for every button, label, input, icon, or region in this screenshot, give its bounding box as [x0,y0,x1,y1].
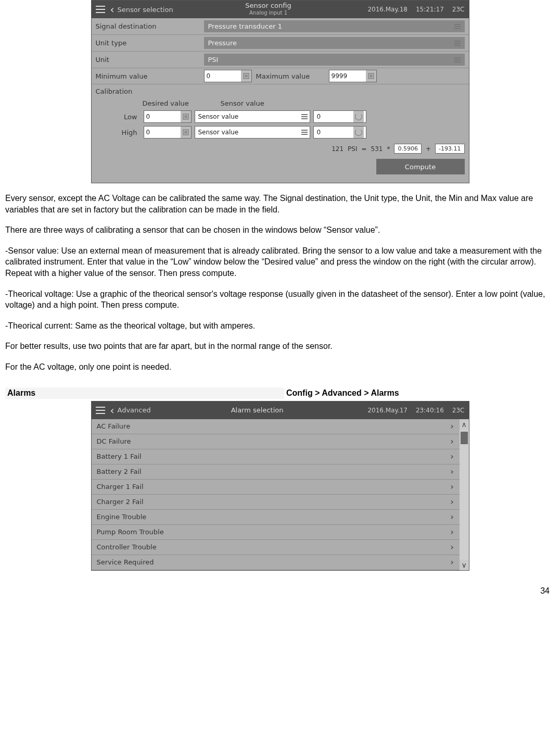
breadcrumb[interactable]: Advanced [117,406,151,414]
alarm-item-label: Charger 2 Fail [97,498,144,506]
calibration-formula: 121 PSI = 531 * 0.5906 + -193.11 [96,144,465,154]
label-signal-destination: Signal destination [92,19,204,33]
menu-icon[interactable] [92,401,109,419]
scrollbar[interactable]: ∧ ∨ [460,419,469,570]
select-signal-destination[interactable]: Pressure transducer 1 [204,20,465,32]
alarm-item[interactable]: Charger 2 Fail› [92,495,460,510]
sensor-config-screenshot: ‹ Sensor selection Sensor config Analog … [91,0,469,183]
section-path: Config > Advanced > Alarms [284,387,555,399]
label-calibration: Calibration [96,87,465,95]
calib-row-high: High 0 Sensor value 0 [96,126,465,139]
label-max: Maximum value [252,72,329,80]
title-date: 2016.May.17 [363,407,412,414]
section-header-alarms: Alarms Config > Advanced > Alarms [5,387,555,399]
value-unit: PSI [208,56,219,64]
label-unit: Unit [92,53,204,67]
menu-icon[interactable] [92,1,109,18]
screen-title: Alarm selection [231,406,284,414]
row-signal-destination: Signal destination Pressure transducer 1 [92,18,469,35]
select-unit[interactable]: PSI [204,54,465,66]
keypad-icon[interactable] [181,111,191,122]
row-min-max: Minimum value 0 Maximum value 9999 [92,68,469,84]
alarm-item-label: Controller Trouble [97,543,157,551]
input-min[interactable]: 0 [204,70,252,82]
alarm-item-label: Battery 1 Fail [97,453,142,460]
calibration-section: Calibration Desired value Sensor value L… [92,84,469,183]
title-time: 15:21:17 [412,6,448,13]
select-low-mode[interactable]: Sensor value [195,110,310,123]
alarm-item[interactable]: Pump Room Trouble› [92,525,460,540]
value-unit-type: Pressure [208,39,237,47]
screen-subtitle: Analog input 1 [173,9,364,17]
alarm-item[interactable]: Service Required› [92,555,460,570]
scroll-down-icon[interactable]: ∨ [461,560,466,570]
formula-slope: 0.5906 [394,144,422,154]
select-unit-type[interactable]: Pressure [204,37,465,49]
title-time: 23:40:16 [412,407,448,414]
sensor-titlebar: ‹ Sensor selection Sensor config Analog … [92,1,469,18]
section-title: Alarms [5,387,284,399]
input-low-sensor[interactable]: 0 [313,110,366,123]
alarm-item-label: AC Failure [97,422,131,430]
alarm-item[interactable]: AC Failure› [92,419,460,434]
chevron-right-icon: › [445,421,460,431]
value-min: 0 [205,72,241,80]
chevron-right-icon: › [445,512,460,522]
body-text: Every sensor, except the AC Voltage can … [5,193,555,373]
scroll-up-icon[interactable]: ∧ [461,419,466,430]
back-icon[interactable]: ‹ [109,3,117,16]
chevron-right-icon: › [445,557,460,567]
alarm-item[interactable]: Battery 2 Fail› [92,464,460,480]
label-min: Minimum value [92,69,204,83]
alarm-item-label: Charger 1 Fail [97,483,144,491]
header-sensorvalue: Sensor value [221,99,335,107]
chevron-right-icon: › [445,436,460,446]
alarm-item[interactable]: Engine Trouble› [92,510,460,525]
paragraph: -Theorical voltage: Use a graphic of the… [5,288,555,311]
dropdown-icon [301,114,308,119]
dropdown-icon [301,130,308,135]
alarm-list: AC Failure›DC Failure›Battery 1 Fail›Bat… [92,419,460,570]
keypad-icon[interactable] [181,127,191,138]
title-date: 2016.May.18 [363,6,412,13]
input-high-desired[interactable]: 0 [144,126,192,139]
alarm-item[interactable]: DC Failure› [92,434,460,449]
paragraph: -Sensor value: Use an external mean of m… [5,245,555,279]
alarm-item[interactable]: Controller Trouble› [92,540,460,555]
breadcrumb[interactable]: Sensor selection [117,6,173,14]
screen-title: Sensor config [245,2,291,9]
paragraph: Every sensor, except the AC Voltage can … [5,193,555,215]
input-max[interactable]: 9999 [329,70,377,82]
select-high-mode[interactable]: Sensor value [195,126,310,139]
compute-button[interactable]: Compute [376,159,465,174]
title-temp: 23C [448,407,469,414]
chevron-right-icon: › [445,482,460,492]
page-number: 34 [5,586,555,596]
back-icon[interactable]: ‹ [109,404,117,417]
refresh-icon[interactable] [353,111,364,122]
chevron-right-icon: › [445,527,460,537]
formula-offset: -193.11 [435,144,464,154]
scroll-thumb[interactable] [461,432,468,444]
label-high: High [96,129,141,136]
label-low: Low [96,113,141,121]
calib-row-low: Low 0 Sensor value 0 [96,110,465,123]
dropdown-icon [454,41,461,46]
row-unit: Unit PSI [92,52,469,68]
header-desired: Desired value [143,99,221,107]
input-low-desired[interactable]: 0 [144,110,192,123]
chevron-right-icon: › [445,542,460,552]
refresh-icon[interactable] [353,127,364,138]
alarm-item-label: Pump Room Trouble [97,528,164,536]
paragraph: For the AC voltage, only one point is ne… [5,361,555,373]
keypad-icon[interactable] [366,70,376,82]
alarm-item-label: Engine Trouble [97,513,147,521]
alarm-item[interactable]: Charger 1 Fail› [92,480,460,495]
alarm-item-label: Service Required [97,558,154,566]
chevron-right-icon: › [445,451,460,461]
input-high-sensor[interactable]: 0 [313,126,366,139]
row-unit-type: Unit type Pressure [92,35,469,52]
keypad-icon[interactable] [241,70,251,82]
dropdown-icon [454,57,461,62]
alarm-item[interactable]: Battery 1 Fail› [92,449,460,464]
